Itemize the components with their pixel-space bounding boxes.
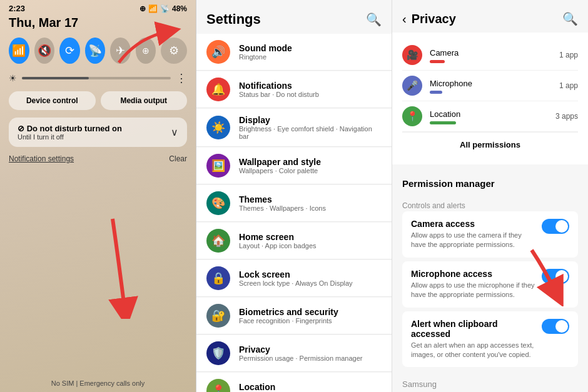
settings-wallpaper-text: Wallpaper and style Wallpapers · Color p…	[239, 157, 321, 174]
status-icons: ⊕ 📶 📡 48%	[139, 4, 187, 13]
display-sub: Brightness · Eye comfort shield · Naviga…	[239, 125, 382, 140]
brightness-row: ☀ ⋮	[0, 66, 196, 88]
device-control-button[interactable]: Device control	[9, 91, 96, 110]
display-icon: ☀️	[206, 116, 230, 139]
settings-item-biometrics[interactable]: 🔐 Biometrics and security Face recogniti…	[196, 298, 392, 334]
mic-toggle-switch[interactable]	[542, 269, 569, 284]
settings-location-text: Location Location requests	[239, 382, 293, 392]
back-icon[interactable]: ‹	[402, 12, 407, 26]
quick-tiles-row: 📶 🔇 ⟳ 📡 ✈ ⊕ ⚙	[0, 35, 196, 66]
perm-location-item[interactable]: 📍 Location 3 apps	[402, 101, 578, 132]
mic-toggle-name: Microphone access	[411, 269, 535, 279]
display-label: Display	[239, 115, 382, 125]
bluetooth-tile[interactable]: ⟳	[59, 38, 80, 64]
more-icon[interactable]: ⋮	[176, 71, 187, 85]
homescreen-sub: Layout · App icon badges	[239, 242, 317, 249]
airplane-tile[interactable]: ✈	[110, 38, 131, 64]
bluetooth-status-icon: ⊕	[139, 4, 146, 13]
themes-icon: 🎨	[206, 191, 230, 215]
biometrics-label: Biometrics and security	[239, 307, 338, 317]
status-bar: 2:23 ⊕ 📶 📡 48%	[0, 0, 196, 14]
settings-item-sound[interactable]: 🔊 Sound mode Ringtone	[196, 34, 392, 71]
camera-toggle-switch[interactable]	[542, 219, 569, 234]
camera-perm-name: Camera	[430, 48, 459, 58]
brightness-icon: ☀	[9, 73, 17, 83]
clear-button[interactable]: Clear	[169, 154, 187, 163]
notification-settings-link[interactable]: Notification settings	[9, 154, 74, 163]
lockscreen-sub: Screen lock type · Always On Display	[239, 279, 353, 287]
dnd-info: ⊘ Do not disturb turned on Until I turn …	[18, 124, 122, 141]
wallpaper-sub: Wallpapers · Color palette	[239, 167, 321, 174]
clipboard-toggle-name: Alert when clipboard accessed	[411, 319, 535, 339]
location-label: Location	[239, 382, 293, 392]
themes-sub: Themes · Wallpapers · Icons	[239, 204, 326, 212]
camera-perm-count: 1 app	[559, 51, 578, 59]
mic-perm-name: Microphone	[430, 79, 472, 88]
date-display: Thu, Mar 17	[0, 14, 196, 35]
settings-header: Settings 🔍	[196, 0, 392, 34]
wifi-tile[interactable]: 📶	[9, 38, 29, 64]
notif-settings-row: Notification settings Clear	[0, 151, 196, 166]
mic-toggle-row: Microphone access Allow apps to use the …	[411, 269, 569, 300]
lockscreen-label: Lock screen	[239, 269, 353, 279]
settings-item-lockscreen[interactable]: 🔒 Lock screen Screen lock type · Always …	[196, 260, 392, 297]
mic-perm-info: Microphone	[430, 78, 552, 94]
camera-toggle-desc: Allow apps to use the camera if they hav…	[411, 231, 535, 250]
dnd-chevron-icon[interactable]: ∨	[171, 126, 178, 138]
dnd-title-text: Do not disturb turned on	[27, 124, 122, 133]
settings-item-homescreen[interactable]: 🏠 Home screen Layout · App icon badges	[196, 223, 392, 259]
clipboard-toggle-text: Alert when clipboard accessed Get an ale…	[411, 319, 535, 360]
settings-item-display[interactable]: ☀️ Display Brightness · Eye comfort shie…	[196, 109, 392, 147]
privacy-search-icon[interactable]: 🔍	[562, 11, 578, 26]
brightness-bar[interactable]	[22, 77, 171, 79]
privacy-header: ‹ Privacy 🔍	[392, 0, 588, 33]
settings-sound-text: Sound mode Ringtone	[239, 43, 292, 61]
extra-tile[interactable]: ⊕	[136, 38, 156, 64]
settings-themes-text: Themes Themes · Wallpapers · Icons	[239, 194, 326, 212]
settings-item-privacy[interactable]: 🛡️ Privacy Permission usage · Permission…	[196, 335, 392, 372]
notifications-label: Notifications	[239, 81, 319, 91]
themes-label: Themes	[239, 194, 326, 204]
perm-mic-item[interactable]: 🎤 Microphone 1 app	[402, 71, 578, 101]
location-perm-bar	[430, 121, 456, 124]
action-buttons: Device control Media output	[0, 88, 196, 114]
controls-heading: Controls and alerts	[402, 198, 578, 211]
notifications-sub: Status bar · Do not disturb	[239, 91, 319, 98]
footer-text: No SIM | Emergency calls only	[0, 379, 196, 387]
hotspot-tile[interactable]: 📡	[85, 38, 106, 64]
settings-item-location[interactable]: 📍 Location Location requests	[196, 373, 392, 392]
privacy-label: Privacy	[239, 344, 362, 354]
privacy-icon: 🛡️	[206, 341, 230, 365]
clipboard-toggle-switch[interactable]	[542, 319, 569, 334]
media-output-button[interactable]: Media output	[101, 91, 188, 110]
samsung-label: Samsung	[392, 373, 588, 391]
camera-access-toggle-item: Camera access Allow apps to use the came…	[402, 211, 578, 258]
sound-label: Sound mode	[239, 43, 292, 53]
wifi-icon: 📶	[148, 4, 158, 13]
mute-tile[interactable]: 🔇	[34, 38, 55, 64]
camera-toggle-text: Camera access Allow apps to use the came…	[411, 219, 535, 250]
settings-gear-tile[interactable]: ⚙	[161, 38, 187, 64]
controls-section: Controls and alerts Camera access Allow …	[392, 195, 588, 373]
lockscreen-icon: 🔒	[206, 266, 230, 290]
dnd-banner[interactable]: ⊘ Do not disturb turned on Until I turn …	[9, 118, 187, 147]
location-perm-name: Location	[430, 109, 460, 119]
camera-toggle-row: Camera access Allow apps to use the came…	[411, 219, 569, 250]
dnd-title: ⊘ Do not disturb turned on	[18, 124, 122, 133]
camera-perm-bar	[430, 60, 445, 63]
mic-perm-count: 1 app	[559, 81, 578, 90]
notifications-icon: 🔔	[206, 78, 230, 101]
biometrics-sub: Face recognition · Fingerprints	[239, 317, 338, 324]
perm-camera-item[interactable]: 🎥 Camera 1 app	[402, 40, 578, 71]
all-permissions-button[interactable]: All permissions	[402, 132, 578, 157]
settings-item-notifications[interactable]: 🔔 Notifications Status bar · Do not dist…	[196, 71, 392, 108]
settings-list: 🔊 Sound mode Ringtone 🔔 Notifications St…	[196, 34, 392, 392]
settings-item-wallpaper[interactable]: 🖼️ Wallpaper and style Wallpapers · Colo…	[196, 148, 392, 184]
settings-item-themes[interactable]: 🎨 Themes Themes · Wallpapers · Icons	[196, 185, 392, 222]
dnd-icon: ⊘	[18, 124, 27, 133]
location-perm-icon: 📍	[402, 106, 422, 126]
sound-sub: Ringtone	[239, 53, 292, 61]
mic-perm-bar-wrap	[430, 91, 552, 94]
settings-search-icon[interactable]: 🔍	[366, 12, 382, 27]
time: 2:23	[9, 4, 25, 13]
